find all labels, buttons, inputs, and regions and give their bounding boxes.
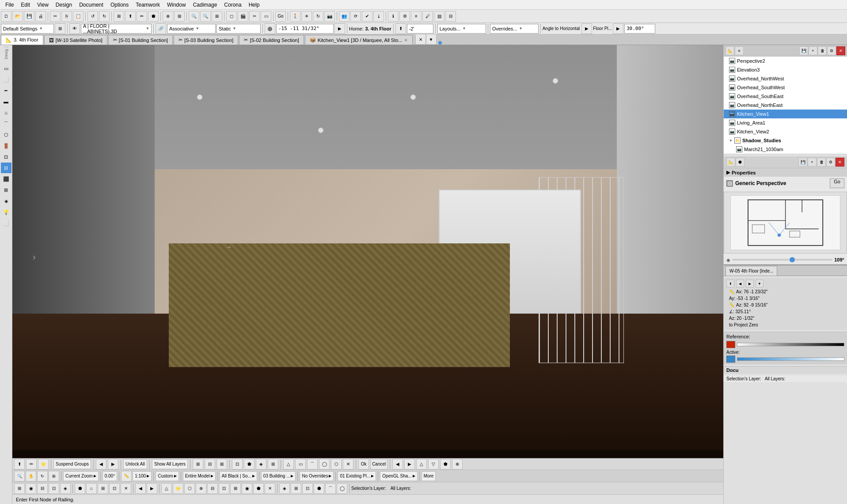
existing-btn[interactable]: 01 Existing Pl... ▶ (338, 471, 376, 481)
zoom-box-btn[interactable]: ⊞ (49, 471, 59, 481)
view-living-area1[interactable]: 📷 Living_Area1 (724, 118, 847, 127)
nav-add-btn[interactable]: + (809, 46, 817, 55)
eye-icon-btn[interactable]: 👁 (69, 23, 80, 34)
fly-btn[interactable]: ✈ (301, 11, 312, 22)
bt2-4[interactable]: ⊡ (49, 483, 59, 494)
view-kitchen-view1[interactable]: 📷 Kitchen_View1 (724, 110, 847, 118)
view-kitchen-view2[interactable]: 📷 Kitchen_View2 (724, 127, 847, 136)
go-button[interactable]: Go (830, 178, 844, 188)
frame-btn-2[interactable]: ⊟ (205, 459, 215, 470)
stair-tool[interactable]: ⬛ (1, 174, 11, 184)
menu-cadimage[interactable]: Cadimage (190, 1, 221, 9)
prop-icon-2[interactable]: ⬢ (736, 158, 744, 167)
morph-tool[interactable]: ⬡ (1, 129, 11, 140)
bottom-right-tab-active[interactable]: W-05 4th Floor [Inde... (725, 266, 777, 276)
slab-tool[interactable]: ▬ (1, 96, 11, 107)
building-btn[interactable]: 03 Building ... ▶ (261, 471, 296, 481)
window-tool[interactable]: ⊡ (1, 152, 11, 162)
b-tool-1[interactable]: ⊡ (232, 459, 243, 470)
bt2-5[interactable]: ◈ (60, 483, 71, 494)
b-tool-2[interactable]: ⬟ (244, 459, 254, 470)
bt2-9[interactable]: ⊡ (109, 483, 120, 494)
view-shadow-studies[interactable]: ▼ 📁 Shadow_Studies (724, 136, 847, 145)
more-btn[interactable]: More (422, 471, 436, 481)
prev-view-btn[interactable]: ◀ (96, 459, 106, 470)
bt2-10[interactable]: ✕ (121, 483, 131, 494)
scale-btn[interactable]: 1:100 ▶ (133, 471, 152, 481)
associative-dropdown[interactable]: Associative ▼ (167, 24, 216, 34)
beam-tool[interactable]: ━ (1, 85, 11, 96)
curtain-wall-tool[interactable]: ⊞ (1, 185, 11, 195)
fit-btn[interactable]: ⊞ (212, 11, 222, 22)
menu-teamwork[interactable]: Teamwork (132, 1, 163, 9)
nav-close-btn[interactable]: ✕ (836, 46, 845, 55)
static-dropdown[interactable]: Static ▼ (216, 24, 261, 34)
menu-options[interactable]: Options (107, 1, 132, 9)
angle-display[interactable]: 0.00° (103, 471, 117, 481)
prop-delete-btn[interactable]: 🗑 (817, 158, 826, 167)
tab-kitchen-view[interactable]: 📦 Kitchen_View1 [3D / Marquee, All Sto..… (305, 35, 413, 45)
elevation-input[interactable]: -2' (407, 24, 433, 34)
copy-btn[interactable]: ⎘ (61, 11, 72, 22)
bt2-18[interactable]: ⊡ (219, 483, 229, 494)
b-tool-3[interactable]: ◈ (256, 459, 266, 470)
bt2-15[interactable]: ⬡ (184, 483, 195, 494)
coord-icon-1[interactable]: ⬆ (726, 280, 734, 288)
print-btn[interactable]: 🖨 (35, 11, 46, 22)
custom-btn[interactable]: Custom ▶ (156, 471, 179, 481)
shell-tool[interactable]: ⌒ (1, 118, 11, 129)
grid-btn[interactable]: ⊞ (174, 11, 185, 22)
no-overrides-btn[interactable]: No Overrides ▶ (300, 471, 334, 481)
group-btn[interactable]: ⊞ (114, 11, 124, 22)
bt2-12[interactable]: ▶ (147, 483, 157, 494)
suspend-groups-btn[interactable]: Suspend Groups (53, 459, 91, 469)
ok-btn[interactable]: Ok (358, 459, 369, 470)
view-elevation3[interactable]: 📷 Elevation3 (724, 65, 847, 74)
color-swatch-ref[interactable] (726, 341, 735, 348)
pointer-btn[interactable]: ⬆ (125, 11, 136, 22)
elev-icon-btn[interactable]: ⬆ (395, 23, 406, 34)
section-btn[interactable]: ✂ (249, 11, 260, 22)
bt2-11[interactable]: ◀ (135, 483, 146, 494)
viewport[interactable]: › → (12, 45, 723, 458)
menu-corona[interactable]: Corona (220, 1, 245, 9)
prop-icon-1[interactable]: 📐 (726, 158, 735, 167)
bt2-26[interactable]: ⬟ (314, 483, 324, 494)
snap-btn[interactable]: ⊕ (163, 11, 173, 22)
overrides-dropdown[interactable]: Overrides... ▼ (490, 24, 539, 34)
prop-add-btn[interactable]: + (808, 158, 817, 167)
bt2-16[interactable]: ⊕ (196, 483, 206, 494)
bt2-1[interactable]: ⊞ (14, 483, 25, 494)
cancel-btn[interactable]: Cancel (370, 459, 387, 470)
orbit-2-btn[interactable]: ↻ (37, 471, 48, 481)
new-btn[interactable]: 🗋 (1, 11, 11, 22)
lamp-tool[interactable]: 💡 (1, 207, 11, 217)
bt2-27[interactable]: ⌒ (325, 483, 336, 494)
draw-tool-btn[interactable]: ✏ (26, 459, 37, 470)
checkin-btn[interactable]: ✔ (362, 11, 372, 22)
coordinates-input[interactable]: -15 -11 31/32" (276, 24, 334, 34)
coord-origin-btn[interactable]: ⊕ (265, 23, 275, 34)
angle-value-input[interactable]: 30.00° (624, 24, 655, 34)
column-tool[interactable]: ⬜ (1, 74, 11, 85)
tab-satellite[interactable]: 🖼 [W-10 Satellite Photo] (44, 35, 107, 45)
color-slider-ref[interactable] (737, 343, 844, 346)
nav-delete-btn[interactable]: 🗑 (818, 46, 827, 55)
pencil-btn[interactable]: ✏ (137, 11, 147, 22)
orbit-btn[interactable]: ↻ (313, 11, 323, 22)
select-tool-btn[interactable]: ⬆ (14, 459, 25, 470)
view-overhead-se[interactable]: 📷 Overhead_SouthEast (724, 92, 847, 101)
b-tool-5[interactable]: △ (283, 459, 294, 470)
tab-4th-floor[interactable]: 📐 3. 4th Floor (1, 35, 43, 45)
color-swatch-active[interactable] (726, 356, 735, 363)
bt2-6[interactable]: ⬟ (75, 483, 85, 494)
frame-btn-3[interactable]: ⊞ (216, 459, 227, 470)
nav-save-btn[interactable]: 💾 (799, 46, 808, 55)
zoom-out-btn[interactable]: 🔍 (200, 11, 211, 22)
bt2-19[interactable]: ⊞ (230, 483, 241, 494)
show-all-layers-btn[interactable]: Show All Layers (152, 459, 188, 469)
entire-model-btn[interactable]: Entire Model ▶ (183, 471, 216, 481)
bt2-22[interactable]: ✕ (265, 483, 275, 494)
bt2-24[interactable]: ⊞ (291, 483, 301, 494)
current-zoom-btn[interactable]: Current Zoom ▶ (63, 471, 99, 481)
